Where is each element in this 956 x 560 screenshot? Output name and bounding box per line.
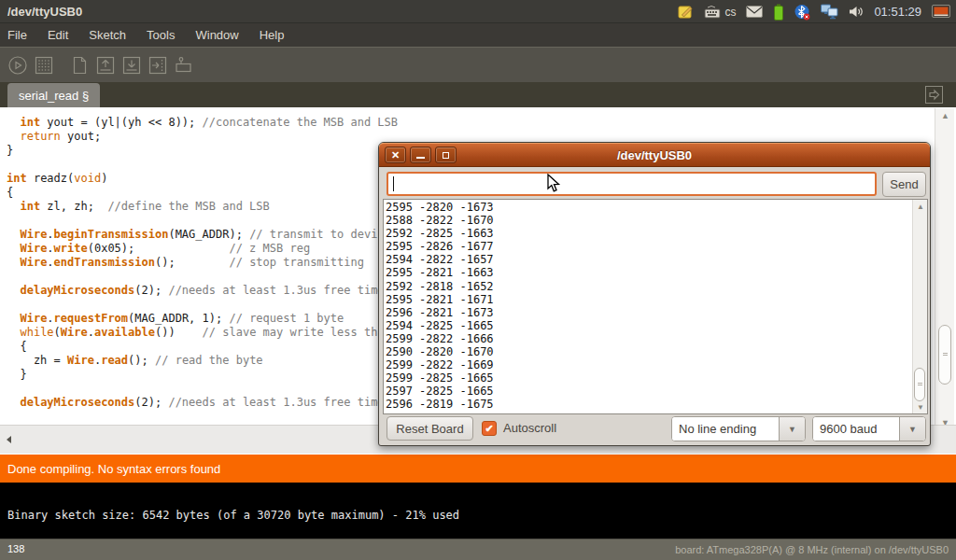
minimize-icon[interactable]	[410, 147, 431, 163]
editor-vertical-scrollbar[interactable]: ▲ ▼	[935, 108, 954, 454]
serial-scrollbar-thumb[interactable]	[914, 368, 925, 401]
line-ending-value: No line ending	[672, 417, 779, 441]
menu-help[interactable]: Help	[260, 28, 285, 42]
clock[interactable]: 01:51:29	[874, 5, 921, 19]
status-bar: Done compiling. No syntax errors found	[0, 455, 956, 483]
build-console: Binary sketch size: 6542 bytes (of a 307…	[0, 483, 956, 539]
mouse-cursor-icon	[547, 174, 562, 198]
line-ending-dropdown[interactable]: No line ending ▼	[671, 416, 806, 441]
menu-edit[interactable]: Edit	[48, 28, 68, 42]
serial-output: 2595 -2820 -1673 2588 -2822 -1670 2592 -…	[386, 201, 911, 413]
scroll-up-icon[interactable]: ▲	[935, 111, 955, 120]
scroll-up-icon[interactable]: ▲	[913, 203, 928, 211]
mail-icon[interactable]	[746, 6, 763, 18]
tab-menu-button[interactable]	[925, 86, 943, 104]
keyboard-layout-label: cs	[724, 6, 736, 19]
close-icon[interactable]: ✕	[385, 147, 406, 163]
active-window-title: /dev/ttyUSB0	[7, 5, 82, 19]
board-info: board: ATmega328P(A) @ 8 MHz (internal) …	[675, 544, 949, 555]
code-line: int yout = (yl|(yh << 8)); //concatenate…	[7, 116, 956, 130]
reset-board-label: Reset Board	[396, 422, 463, 436]
chevron-down-icon[interactable]: ▼	[899, 417, 925, 441]
baud-rate-dropdown[interactable]: 9600 baud ▼	[812, 416, 926, 441]
arrow-right-icon	[928, 89, 940, 101]
tab-strip: serial_read §	[0, 82, 956, 107]
footer-status-line: 138 board: ATmega328P(A) @ 8 MHz (intern…	[0, 539, 956, 560]
scroll-down-icon[interactable]: ▼	[913, 403, 928, 412]
menu-sketch[interactable]: Sketch	[89, 28, 126, 42]
autoscroll-label: Autoscroll	[503, 421, 556, 435]
volume-icon[interactable]	[849, 5, 864, 19]
text-caret	[393, 176, 394, 191]
serial-monitor-controls: Reset Board ✔ Autoscroll No line ending …	[379, 415, 930, 443]
status-message: Done compiling. No syntax errors found	[7, 462, 220, 476]
serial-window-titlebar[interactable]: /dev/ttyUSB0 ✕	[379, 143, 930, 167]
note-icon[interactable]	[678, 4, 694, 20]
tab-serial-read[interactable]: serial_read §	[7, 83, 100, 107]
serial-monitor-window: /dev/ttyUSB0 ✕ Send 2595 -2820 -1673 258…	[378, 142, 931, 446]
baud-rate-value: 9600 baud	[813, 417, 899, 441]
keyboard-icon	[704, 6, 721, 19]
network-icon[interactable]	[821, 4, 838, 20]
autoscroll-checkbox[interactable]: ✔	[482, 421, 497, 436]
toolbar	[0, 47, 956, 82]
save-sketch-button[interactable]	[121, 55, 142, 76]
maximize-icon[interactable]	[435, 147, 457, 163]
desktop: /dev/ttyUSB0 cs 01:51:29 File Edit Sketc…	[0, 0, 956, 560]
editor-scrollbar-thumb[interactable]	[938, 325, 951, 385]
menubar: File Edit Sketch Tools Window Help	[0, 23, 956, 47]
top-panel: /dev/ttyUSB0 cs 01:51:29	[0, 0, 956, 23]
display-icon[interactable]	[932, 5, 950, 20]
serial-output-area[interactable]: 2595 -2820 -1673 2588 -2822 -1670 2592 -…	[383, 199, 928, 414]
bluetooth-icon[interactable]	[794, 4, 810, 21]
menu-file[interactable]: File	[7, 28, 27, 42]
tab-label: serial_read §	[19, 89, 89, 103]
stop-button[interactable]	[34, 55, 54, 76]
chevron-down-icon[interactable]: ▼	[779, 417, 805, 441]
cursor-line-number: 138	[7, 543, 24, 554]
serial-send-input[interactable]	[387, 172, 877, 196]
send-button[interactable]: Send	[882, 172, 926, 197]
system-tray: cs 01:51:29	[678, 0, 950, 23]
keyboard-layout-indicator[interactable]: cs	[704, 6, 736, 19]
menu-window[interactable]: Window	[195, 28, 238, 42]
open-sketch-button[interactable]	[95, 55, 116, 76]
serial-monitor-button[interactable]	[174, 55, 194, 76]
console-message: Binary sketch size: 6542 bytes (of a 307…	[7, 509, 459, 522]
new-sketch-button[interactable]	[69, 55, 90, 76]
upload-button[interactable]	[148, 55, 168, 76]
battery-icon[interactable]	[773, 4, 784, 21]
verify-button[interactable]	[7, 55, 28, 76]
window-controls: ✕	[385, 147, 457, 163]
checkmark-icon: ✔	[485, 423, 493, 435]
menu-tools[interactable]: Tools	[147, 28, 175, 42]
serial-output-scrollbar[interactable]: ▲ ▼	[912, 200, 927, 413]
send-button-label: Send	[890, 177, 918, 191]
serial-window-title: /dev/ttyUSB0	[379, 148, 930, 162]
reset-board-button[interactable]: Reset Board	[387, 416, 473, 441]
scroll-left-icon[interactable]	[7, 436, 11, 443]
